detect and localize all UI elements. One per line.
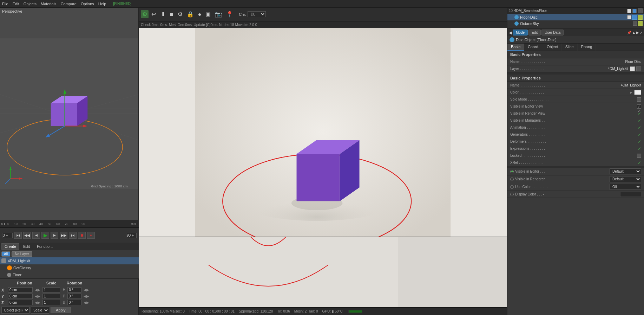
prop-tab-slice[interactable]: Slice [562, 44, 578, 51]
prev-keyframe-btn[interactable]: ⏮ [14, 232, 22, 239]
z-rot-input[interactable] [67, 300, 81, 305]
tab-functio[interactable]: Functio... [34, 243, 56, 250]
x-rot-input[interactable] [67, 287, 81, 292]
status-text: Check:0ms. 0ms. MeshGen:0ms. Update:[C]0… [141, 23, 257, 27]
mode-select[interactable]: Object (Rel) World [1, 307, 29, 314]
vis-editor-view-checkbox[interactable]: ✓ [637, 104, 641, 109]
use-color-radio[interactable] [510, 185, 514, 189]
pause-btn[interactable]: ⏸ [159, 11, 167, 18]
prop-deformers-val: ✓ [638, 139, 641, 144]
use-color-select[interactable]: Off On (Layer Color) On (Custom) [610, 184, 641, 190]
next-frame-btn[interactable]: ▶ [51, 232, 58, 239]
forward-btn[interactable]: ▶▶ [60, 232, 67, 239]
header-scale: Scale [42, 281, 60, 285]
menu-item-options[interactable]: Options [81, 2, 94, 6]
prop-layer-key: Layer . . . . . . . . . . . . . [510, 67, 608, 71]
z-label: Z [1, 301, 7, 305]
display-color-swatch-empty[interactable] [620, 192, 641, 197]
prop-tab-basic[interactable]: Basic [507, 44, 524, 51]
obj-item-octglossy[interactable]: OctGlossy [0, 264, 139, 271]
record-btn[interactable]: ⏺ [78, 232, 86, 239]
hierarchy-item-octanesky[interactable]: OctaneSky [507, 20, 644, 27]
obj-item-floor[interactable]: Floor [0, 271, 139, 278]
prop-tab-object[interactable]: Object [543, 44, 562, 51]
square-btn[interactable]: ▣ [204, 10, 212, 18]
y-scale-input[interactable] [42, 294, 60, 299]
prev-frame-btn[interactable]: ◀ [32, 232, 40, 239]
next-keyframe-btn[interactable]: ⏭ [69, 232, 77, 239]
no-layer-btn[interactable]: No Layer [12, 251, 32, 257]
locked-checkbox[interactable] [637, 154, 641, 158]
z-pos-input[interactable] [8, 300, 33, 305]
stop-btn[interactable]: ■ [169, 11, 175, 18]
prop-color-key: Color . . . . . . . . . . . . . [510, 90, 630, 94]
prop-color-val[interactable]: ▶ [630, 90, 641, 95]
vis-renderer-radio[interactable] [510, 178, 514, 181]
radio-display-color[interactable] [510, 193, 514, 196]
settings-btn[interactable]: ⚙ [141, 10, 149, 18]
prop-up-btn[interactable]: ▲ [632, 31, 636, 34]
color-swatch[interactable] [634, 90, 641, 95]
tab-create[interactable]: Create [1, 243, 19, 250]
menu-item-help[interactable]: Help [98, 2, 106, 6]
gear-btn[interactable]: ⚙ [176, 10, 184, 18]
undo-btn[interactable]: ↩ [150, 10, 157, 18]
menu-item-objects[interactable]: Objects [24, 2, 37, 6]
tab-edit[interactable]: Edit [20, 243, 33, 250]
menu-item-materials[interactable]: Materials [41, 2, 57, 6]
viewport-bottomright[interactable] [398, 237, 507, 307]
center-panel: ⚙ ↩ ⏸ ■ ⚙ 🔒 ● ▣ 📷 📍 Chr: [139, 8, 507, 315]
header-rotation: Rotation [66, 281, 83, 285]
prop-right-btn[interactable]: ▶ [636, 31, 639, 34]
auto-key-btn[interactable]: ● [87, 232, 95, 239]
vis-editor-select[interactable]: Default On Off [610, 168, 641, 174]
solo-checkbox[interactable] [637, 97, 641, 102]
prop-pin-btn[interactable]: 📌 [627, 31, 631, 34]
y-pos-input[interactable] [8, 294, 33, 299]
viewport-topleft[interactable]: Perspective [0, 8, 139, 220]
menu-item-file[interactable]: File [2, 2, 8, 6]
end-frame-input[interactable] [126, 233, 137, 238]
mode-tab-mode[interactable]: Mode [513, 30, 528, 36]
generators-check: ✓ [638, 132, 641, 137]
svg-rect-36 [398, 237, 507, 307]
rewind-btn[interactable]: ◀◀ [23, 232, 31, 239]
vis-editor-radio[interactable] [510, 170, 514, 173]
all-layers-btn[interactable]: All [1, 251, 10, 257]
viewport-mid[interactable] [139, 237, 398, 307]
pin-btn[interactable]: 📍 [225, 10, 235, 18]
radio-use-color[interactable] [510, 185, 514, 189]
frame-input[interactable] [2, 233, 13, 238]
vis-renderer-select[interactable]: Default On Off [610, 176, 641, 182]
basic-props-title-2: Basic Properties [507, 75, 644, 82]
prop-prev-btn[interactable]: ◀ [509, 30, 512, 35]
sphere-btn[interactable]: ● [197, 11, 203, 18]
play-btn[interactable]: ▶ [41, 232, 49, 239]
prop-expressions-row: Expressions . . . . . . . . ✓ [507, 145, 644, 152]
mode-tab-edit[interactable]: Edit [528, 30, 541, 36]
ruler-70: 70 [65, 222, 68, 226]
lock-btn[interactable]: 🔒 [185, 10, 195, 18]
obj-item-lightkit[interactable]: 4DM_Lightkit [0, 257, 139, 264]
space-select[interactable]: Scale World [31, 307, 49, 314]
menu-item-compare[interactable]: Compare [61, 2, 77, 6]
main-viewport[interactable] [139, 28, 507, 237]
mode-tab-userdata[interactable]: User Data [541, 30, 564, 36]
chr-select[interactable]: DL GPU [248, 11, 266, 17]
menu-item-edit[interactable]: Edit [13, 2, 19, 6]
camera-btn[interactable]: 📷 [213, 10, 223, 18]
x-pos-input[interactable] [8, 287, 33, 292]
disc-obj-header: Disc Object [Floor-Disc] [507, 36, 644, 44]
z-scale-input[interactable] [42, 300, 60, 305]
x-scale-input[interactable] [42, 287, 60, 292]
prop-expand-btn[interactable]: ⤢ [640, 31, 643, 34]
radio-vis-editor[interactable] [510, 170, 514, 173]
apply-button[interactable]: Apply [51, 307, 71, 313]
radio-vis-renderer[interactable] [510, 178, 514, 181]
hierarchy-item-floor-disc[interactable]: Floor-Disc [507, 14, 644, 20]
display-color-radio[interactable] [510, 193, 514, 196]
prop-tab-phong[interactable]: Phong [578, 44, 596, 51]
viewport-scene-svg: Grid Spacing : 1000 cm [0, 8, 138, 220]
prop-tab-coord[interactable]: Coord. [524, 44, 543, 51]
y-rot-input[interactable] [67, 294, 81, 299]
